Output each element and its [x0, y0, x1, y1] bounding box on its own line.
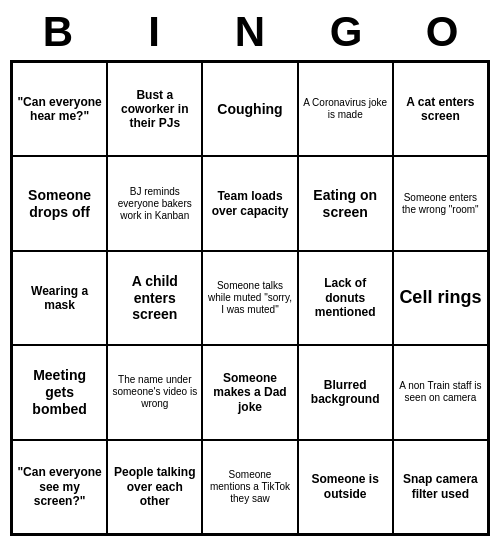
bingo-cell-text-1: Bust a coworker in their PJs [112, 88, 197, 131]
bingo-cell-14[interactable]: Cell rings [393, 251, 488, 345]
bingo-cell-22[interactable]: Someone mentions a TikTok they saw [202, 440, 297, 534]
bingo-cell-text-13: Lack of donuts mentioned [303, 276, 388, 319]
bingo-cell-text-15: Meeting gets bombed [17, 367, 102, 417]
bingo-cell-7[interactable]: Team loads over capacity [202, 156, 297, 250]
bingo-cell-16[interactable]: The name under someone's video is wrong [107, 345, 202, 439]
bingo-cell-text-6: BJ reminds everyone bakers work in Kanba… [112, 186, 197, 222]
bingo-cell-2[interactable]: Coughing [202, 62, 297, 156]
bingo-cell-20[interactable]: "Can everyone see my screen?" [12, 440, 107, 534]
bingo-title: BINGO [10, 8, 490, 56]
bingo-cell-18[interactable]: Blurred background [298, 345, 393, 439]
bingo-cell-1[interactable]: Bust a coworker in their PJs [107, 62, 202, 156]
bingo-cell-24[interactable]: Snap camera filter used [393, 440, 488, 534]
bingo-letter-g: G [298, 8, 394, 56]
bingo-cell-text-23: Someone is outside [303, 472, 388, 501]
bingo-cell-text-3: A Coronavirus joke is made [303, 97, 388, 121]
bingo-cell-text-8: Eating on screen [303, 187, 388, 221]
bingo-cell-text-17: Someone makes a Dad joke [207, 371, 292, 414]
bingo-cell-text-2: Coughing [217, 101, 282, 118]
bingo-cell-text-7: Team loads over capacity [207, 189, 292, 218]
bingo-cell-text-9: Someone enters the wrong "room" [398, 192, 483, 216]
bingo-cell-text-20: "Can everyone see my screen?" [17, 465, 102, 508]
bingo-cell-text-24: Snap camera filter used [398, 472, 483, 501]
bingo-letter-i: I [106, 8, 202, 56]
bingo-cell-4[interactable]: A cat enters screen [393, 62, 488, 156]
bingo-cell-5[interactable]: Someone drops off [12, 156, 107, 250]
bingo-cell-23[interactable]: Someone is outside [298, 440, 393, 534]
bingo-cell-15[interactable]: Meeting gets bombed [12, 345, 107, 439]
bingo-cell-text-5: Someone drops off [17, 187, 102, 221]
bingo-cell-text-11: A child enters screen [112, 273, 197, 323]
bingo-grid: "Can everyone hear me?"Bust a coworker i… [10, 60, 490, 536]
bingo-cell-6[interactable]: BJ reminds everyone bakers work in Kanba… [107, 156, 202, 250]
bingo-letter-b: B [10, 8, 106, 56]
bingo-cell-text-18: Blurred background [303, 378, 388, 407]
bingo-cell-9[interactable]: Someone enters the wrong "room" [393, 156, 488, 250]
bingo-cell-21[interactable]: People talking over each other [107, 440, 202, 534]
bingo-cell-text-4: A cat enters screen [398, 95, 483, 124]
bingo-cell-10[interactable]: Wearing a mask [12, 251, 107, 345]
bingo-cell-text-14: Cell rings [399, 287, 481, 309]
bingo-cell-text-16: The name under someone's video is wrong [112, 374, 197, 410]
bingo-cell-11[interactable]: A child enters screen [107, 251, 202, 345]
bingo-cell-text-21: People talking over each other [112, 465, 197, 508]
bingo-cell-text-0: "Can everyone hear me?" [17, 95, 102, 124]
bingo-letter-n: N [202, 8, 298, 56]
bingo-cell-13[interactable]: Lack of donuts mentioned [298, 251, 393, 345]
bingo-cell-17[interactable]: Someone makes a Dad joke [202, 345, 297, 439]
bingo-cell-text-22: Someone mentions a TikTok they saw [207, 469, 292, 505]
bingo-cell-12[interactable]: Someone talks while muted "sorry, I was … [202, 251, 297, 345]
bingo-cell-8[interactable]: Eating on screen [298, 156, 393, 250]
bingo-cell-text-12: Someone talks while muted "sorry, I was … [207, 280, 292, 316]
bingo-cell-3[interactable]: A Coronavirus joke is made [298, 62, 393, 156]
bingo-cell-text-10: Wearing a mask [17, 284, 102, 313]
bingo-cell-0[interactable]: "Can everyone hear me?" [12, 62, 107, 156]
bingo-letter-o: O [394, 8, 490, 56]
bingo-cell-19[interactable]: A non Train staff is seen on camera [393, 345, 488, 439]
bingo-cell-text-19: A non Train staff is seen on camera [398, 380, 483, 404]
